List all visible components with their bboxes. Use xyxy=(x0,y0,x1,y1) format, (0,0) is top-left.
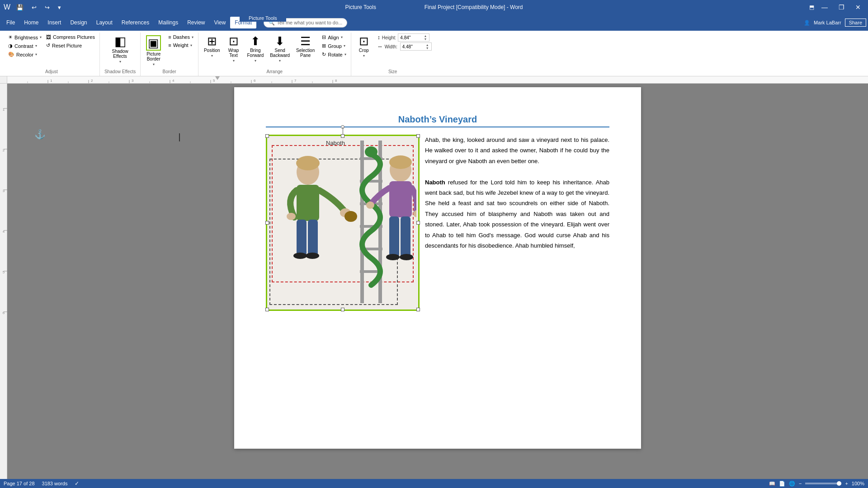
height-down-button[interactable]: ▼ xyxy=(423,38,427,41)
handle-bl[interactable] xyxy=(265,308,269,311)
print-view-button[interactable]: 📄 xyxy=(779,481,785,487)
group-icon: ⊞ xyxy=(322,43,326,49)
sidebar-left: 1 2 3 4 5 6 xyxy=(0,84,7,488)
handle-bc[interactable] xyxy=(341,308,344,311)
shadow-effects-label: ShadowEffects xyxy=(112,49,128,59)
brightness-dropdown-arrow: ▾ xyxy=(40,35,42,39)
align-button[interactable]: ⊟ Align ▾ xyxy=(320,33,348,41)
wrap-text-button[interactable]: ⊡ WrapText ▾ xyxy=(224,33,244,65)
brightness-label: Brightness xyxy=(14,35,38,40)
read-view-button[interactable]: 📖 xyxy=(769,481,775,487)
handle-tr[interactable] xyxy=(416,134,420,138)
width-input[interactable]: 4.48" ▲ ▼ xyxy=(400,42,432,51)
send-backward-button[interactable]: ⬇ SendBackward ▾ xyxy=(267,33,292,65)
menu-mailings[interactable]: Mailings xyxy=(154,17,183,28)
zoom-slider[interactable] xyxy=(805,483,841,484)
brightness-icon: ☀ xyxy=(8,34,13,40)
customize-qat-button[interactable]: ▾ xyxy=(56,3,63,12)
dashes-button[interactable]: ≡ Dashes ▾ xyxy=(166,33,195,41)
menu-insert[interactable]: Insert xyxy=(43,17,66,28)
title-bar: W 💾 ↩ ↪ ▾ Picture Tools Final Project [C… xyxy=(0,0,868,14)
align-label: Align xyxy=(328,35,339,40)
dashes-icon: ≡ xyxy=(168,34,171,40)
zoom-plus-button[interactable]: + xyxy=(845,481,848,486)
ribbon-display-button[interactable]: ⬒ xyxy=(809,4,814,10)
svg-text:6: 6 xyxy=(3,311,5,315)
svg-point-38 xyxy=(296,156,320,170)
menu-bar: File Home Insert Design Layout Reference… xyxy=(0,14,868,31)
selection-pane-button[interactable]: ☰ SelectionPane xyxy=(293,33,317,60)
close-button[interactable]: ✕ xyxy=(852,2,864,13)
picture-tools-label: Picture Tools xyxy=(240,14,286,22)
send-backward-icon: ⬇ xyxy=(275,35,285,47)
handle-ml[interactable] xyxy=(265,221,269,225)
document-page[interactable]: Naboth’s Vineyard xyxy=(234,87,641,449)
align-icon: ⊟ xyxy=(322,34,326,40)
share-button[interactable]: Share xyxy=(845,19,866,27)
handle-tl[interactable] xyxy=(265,134,269,138)
brightness-button[interactable]: ☀ Brightness ▾ xyxy=(6,33,43,41)
width-spinners[interactable]: ▲ ▼ xyxy=(425,43,429,50)
send-backward-label: SendBackward xyxy=(270,48,290,58)
menu-review[interactable]: Review xyxy=(183,17,209,28)
document-title: Naboth’s Vineyard xyxy=(266,114,609,127)
doc-title: Final Project [Compatibility Mode] - Wor… xyxy=(425,4,523,10)
handle-mr[interactable] xyxy=(416,221,420,225)
rotate-button[interactable]: ↻ Rotate ▾ xyxy=(320,51,348,58)
text-cursor xyxy=(179,133,180,141)
height-spinners[interactable]: ▲ ▼ xyxy=(423,34,427,41)
menu-view[interactable]: View xyxy=(210,17,231,28)
tell-me-text: Tell me what you want to do... xyxy=(277,20,342,25)
recolor-button[interactable]: 🎨 Recolor ▾ xyxy=(6,51,43,58)
handle-tc[interactable] xyxy=(341,134,344,138)
group-button[interactable]: ⊞ Group ▾ xyxy=(320,42,348,50)
bring-forward-button[interactable]: ⬆ BringForward ▾ xyxy=(245,33,267,65)
compress-pictures-button[interactable]: 🖼 Compress Pictures xyxy=(44,33,97,41)
doc-area[interactable]: ⚓ Naboth’s Vineyard xyxy=(7,84,868,488)
width-up-button[interactable]: ▲ xyxy=(425,43,429,47)
reset-icon: ↺ xyxy=(46,42,50,48)
height-input[interactable]: 4.84" ▲ ▼ xyxy=(398,33,429,42)
crop-button[interactable]: ⊡ Crop ▾ xyxy=(354,33,374,60)
web-view-button[interactable]: 🌐 xyxy=(789,481,795,487)
reset-picture-button[interactable]: ↺ Reset Picture xyxy=(44,42,97,49)
width-label: Width: xyxy=(385,44,398,49)
save-button[interactable]: 💾 xyxy=(14,3,26,12)
handle-br[interactable] xyxy=(416,308,420,311)
image-label-naboth: Naboth xyxy=(326,140,345,146)
size-content: ⊡ Crop ▾ ↕ Height: 4.84" ▲ ▼ xyxy=(354,33,432,68)
shadow-effects-button[interactable]: ◧ ShadowEffects ▾ xyxy=(109,33,131,66)
arrange-content: ⊞ Position ▾ ⊡ WrapText ▾ ⬆ BringForward… xyxy=(201,33,348,68)
menu-layout[interactable]: Layout xyxy=(92,17,117,28)
position-label: Position xyxy=(204,48,220,53)
svg-text:2: 2 xyxy=(3,148,5,152)
rotate-dropdown-arrow: ▾ xyxy=(344,52,346,56)
width-down-button[interactable]: ▼ xyxy=(425,47,429,50)
svg-rect-43 xyxy=(308,220,318,256)
menu-home[interactable]: Home xyxy=(19,17,43,28)
weight-button[interactable]: ≡ Weight ▾ xyxy=(166,42,195,49)
context-tool-label: Picture Tools xyxy=(345,4,376,10)
border-label: Border xyxy=(143,68,195,75)
menu-design[interactable]: Design xyxy=(66,17,91,28)
title-bar-left: W 💾 ↩ ↪ ▾ xyxy=(4,3,63,12)
undo-button[interactable]: ↩ xyxy=(29,3,39,12)
border-col: ≡ Dashes ▾ ≡ Weight ▾ xyxy=(166,33,195,49)
minimize-button[interactable]: — xyxy=(818,2,831,13)
spell-check-icon[interactable]: ✓ xyxy=(75,480,79,487)
menu-file[interactable]: File xyxy=(2,17,19,28)
restore-button[interactable]: ❐ xyxy=(835,2,848,13)
image-wrapper[interactable]: Naboth xyxy=(266,135,420,311)
svg-point-61 xyxy=(366,202,374,209)
contrast-button[interactable]: ◑ Contrast ▾ xyxy=(6,42,43,50)
redo-button[interactable]: ↪ xyxy=(42,3,52,12)
picture-border-button[interactable]: ▣ PictureBorder ▾ xyxy=(143,33,164,68)
menu-references[interactable]: References xyxy=(117,17,154,28)
svg-point-45 xyxy=(293,253,307,259)
bring-forward-label: BringForward xyxy=(247,48,264,58)
ribbon-group-arrange: ⊞ Position ▾ ⊡ WrapText ▾ ⬆ BringForward… xyxy=(198,33,351,76)
position-button[interactable]: ⊞ Position ▾ xyxy=(201,33,223,60)
height-up-button[interactable]: ▲ xyxy=(423,34,427,38)
zoom-minus-button[interactable]: − xyxy=(799,481,802,486)
svg-rect-59 xyxy=(389,216,399,257)
